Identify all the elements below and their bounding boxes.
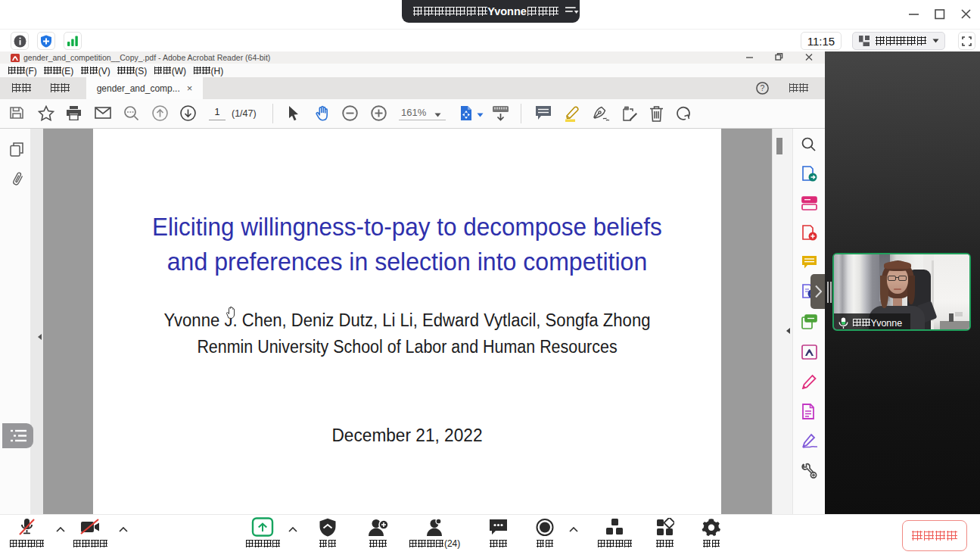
svg-text:?: ? — [761, 83, 765, 92]
